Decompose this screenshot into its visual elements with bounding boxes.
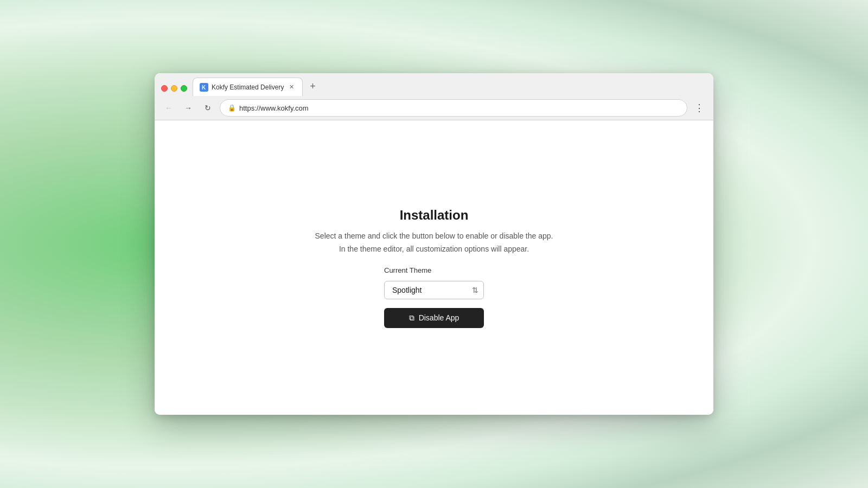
disable-app-button[interactable]: ⧉ Disable App — [384, 308, 484, 328]
browser-tab[interactable]: K Kokfy Estimated Delivery ✕ — [193, 78, 303, 96]
tab-close-button[interactable]: ✕ — [287, 83, 296, 92]
address-bar[interactable]: 🔒 https://www.kokfy.com — [220, 99, 687, 117]
theme-section: Current Theme Spotlight ⇅ ⧉ Disable App — [384, 266, 484, 328]
theme-label: Current Theme — [384, 266, 431, 274]
traffic-lights — [159, 83, 192, 96]
browser-window: K Kokfy Estimated Delivery ✕ + ← → ↻ 🔒 h… — [155, 73, 713, 415]
tab-bar-inner: K Kokfy Estimated Delivery ✕ + — [193, 78, 709, 96]
close-button[interactable] — [161, 85, 168, 92]
theme-select[interactable]: Spotlight — [384, 281, 484, 299]
browser-menu-button[interactable]: ⋮ — [692, 100, 707, 115]
new-tab-button[interactable]: + — [305, 79, 320, 94]
tab-favicon: K — [200, 83, 208, 92]
browser-chrome: K Kokfy Estimated Delivery ✕ + ← → ↻ 🔒 h… — [155, 73, 713, 120]
maximize-button[interactable] — [181, 85, 187, 92]
address-text: https://www.kokfy.com — [239, 104, 679, 112]
theme-select-wrapper: Spotlight ⇅ — [384, 281, 484, 299]
page-title: Installation — [400, 208, 469, 223]
forward-button[interactable]: → — [181, 100, 196, 115]
page-subtitle2: In the theme editor, all customization o… — [339, 245, 529, 253]
page-subtitle1: Select a theme and click the button belo… — [315, 232, 553, 240]
external-link-icon: ⧉ — [409, 313, 414, 323]
back-button[interactable]: ← — [161, 100, 176, 115]
reload-button[interactable]: ↻ — [200, 100, 215, 115]
lock-icon: 🔒 — [228, 104, 236, 112]
browser-content: Installation Select a theme and click th… — [155, 120, 713, 415]
tab-title: Kokfy Estimated Delivery — [212, 84, 284, 91]
minimize-button[interactable] — [171, 85, 177, 92]
disable-app-label: Disable App — [419, 313, 459, 322]
address-bar-row: ← → ↻ 🔒 https://www.kokfy.com ⋮ — [155, 96, 713, 120]
svg-text:K: K — [202, 85, 206, 91]
tab-bar: K Kokfy Estimated Delivery ✕ + — [155, 73, 713, 96]
